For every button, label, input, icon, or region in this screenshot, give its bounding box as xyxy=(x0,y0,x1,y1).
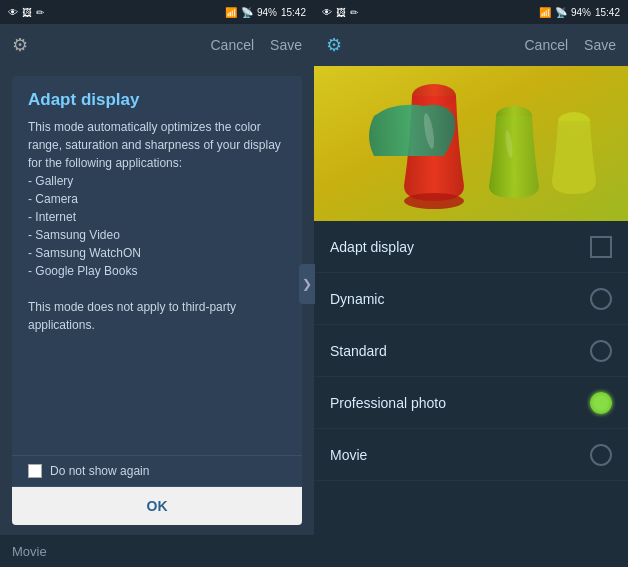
right-status-left: 👁 🖼 ✏ xyxy=(322,7,358,18)
preview-svg xyxy=(314,66,628,221)
svg-point-2 xyxy=(404,193,464,209)
right-status-right: 📶 📡 94% 15:42 xyxy=(539,7,620,18)
right-menu-list: Adapt display Dynamic Standard Professio… xyxy=(314,221,628,567)
professional-photo-radio[interactable] xyxy=(590,392,612,414)
left-status-right: 📶 📡 94% 15:42 xyxy=(225,7,306,18)
standard-radio[interactable] xyxy=(590,340,612,362)
left-gear-icon[interactable]: ⚙ xyxy=(12,34,28,56)
menu-item-label-adapt-display: Adapt display xyxy=(330,239,414,255)
adapt-display-dialog: Adapt display This mode automatically op… xyxy=(12,76,302,525)
left-status-bar: 👁 🖼 ✏ 📶 📡 94% 15:42 xyxy=(0,0,314,24)
dialog-checkbox-row: Do not show again xyxy=(12,455,302,486)
menu-item-label-standard: Standard xyxy=(330,343,387,359)
dialog-ok-row: OK xyxy=(12,486,302,525)
status-icon-image: 🖼 xyxy=(22,7,32,18)
left-movie-label: Movie xyxy=(12,544,47,559)
left-time: 15:42 xyxy=(281,7,306,18)
right-top-bar: ⚙ Cancel Save xyxy=(314,24,628,66)
menu-item-professional-photo[interactable]: Professional photo xyxy=(314,377,628,429)
do-not-show-checkbox[interactable] xyxy=(28,464,42,478)
dialog-body-text: This mode automatically optimizes the co… xyxy=(28,120,281,332)
menu-item-dynamic[interactable]: Dynamic xyxy=(314,273,628,325)
movie-radio[interactable] xyxy=(590,444,612,466)
dynamic-radio[interactable] xyxy=(590,288,612,310)
right-status-icon-signal: 📶 xyxy=(539,7,551,18)
right-gear-icon[interactable]: ⚙ xyxy=(326,34,342,56)
left-battery-pct: 94% xyxy=(257,7,277,18)
status-icon-signal: 📶 xyxy=(225,7,237,18)
left-panel: 👁 🖼 ✏ 📶 📡 94% 15:42 ⚙ Cancel Save Adapt … xyxy=(0,0,314,567)
left-bottom-bar: Movie xyxy=(0,535,314,567)
preview-image xyxy=(314,66,628,221)
left-save-button[interactable]: Save xyxy=(270,37,302,53)
right-save-button[interactable]: Save xyxy=(584,37,616,53)
adapt-display-checkbox[interactable] xyxy=(590,236,612,258)
menu-item-label-dynamic: Dynamic xyxy=(330,291,384,307)
do-not-show-label: Do not show again xyxy=(50,464,149,478)
right-status-icon-pencil: ✏ xyxy=(350,7,358,18)
left-top-bar: ⚙ Cancel Save xyxy=(0,24,314,66)
status-icon-eye: 👁 xyxy=(8,7,18,18)
dialog-title: Adapt display xyxy=(12,76,302,118)
menu-item-adapt-display[interactable]: Adapt display xyxy=(314,221,628,273)
left-top-actions: Cancel Save xyxy=(210,37,302,53)
right-battery-pct: 94% xyxy=(571,7,591,18)
dialog-ok-button[interactable]: OK xyxy=(22,498,292,514)
right-status-icon-image: 🖼 xyxy=(336,7,346,18)
status-icon-pencil: ✏ xyxy=(36,7,44,18)
menu-item-movie[interactable]: Movie xyxy=(314,429,628,481)
left-status-left: 👁 🖼 ✏ xyxy=(8,7,44,18)
menu-item-standard[interactable]: Standard xyxy=(314,325,628,377)
right-cancel-button[interactable]: Cancel xyxy=(524,37,568,53)
right-panel: 👁 🖼 ✏ 📶 📡 94% 15:42 ⚙ Cancel Save xyxy=(314,0,628,567)
menu-item-label-professional-photo: Professional photo xyxy=(330,395,446,411)
right-status-icon-wifi: 📡 xyxy=(555,7,567,18)
right-time: 15:42 xyxy=(595,7,620,18)
right-status-bar: 👁 🖼 ✏ 📶 📡 94% 15:42 xyxy=(314,0,628,24)
right-top-actions: Cancel Save xyxy=(524,37,616,53)
dialog-body: This mode automatically optimizes the co… xyxy=(12,118,302,455)
left-cancel-button[interactable]: Cancel xyxy=(210,37,254,53)
left-chevron[interactable]: ❯ xyxy=(299,264,315,304)
menu-item-label-movie: Movie xyxy=(330,447,367,463)
status-icon-wifi: 📡 xyxy=(241,7,253,18)
right-status-icon-eye: 👁 xyxy=(322,7,332,18)
